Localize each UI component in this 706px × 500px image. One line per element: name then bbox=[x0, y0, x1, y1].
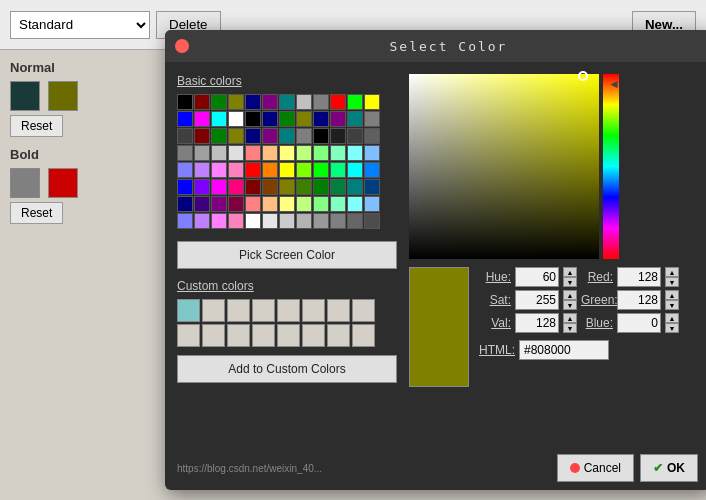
basic-color-cell[interactable] bbox=[194, 111, 210, 127]
hue-down-button[interactable]: ▼ bbox=[563, 277, 577, 287]
basic-color-cell[interactable] bbox=[364, 213, 380, 229]
basic-color-cell[interactable] bbox=[313, 196, 329, 212]
basic-color-cell[interactable] bbox=[347, 94, 363, 110]
color-map-container[interactable]: ◄ bbox=[409, 74, 619, 259]
sat-input[interactable] bbox=[515, 290, 559, 310]
basic-color-cell[interactable] bbox=[262, 162, 278, 178]
basic-color-cell[interactable] bbox=[177, 196, 193, 212]
basic-color-cell[interactable] bbox=[347, 196, 363, 212]
basic-color-cell[interactable] bbox=[245, 196, 261, 212]
basic-color-cell[interactable] bbox=[228, 128, 244, 144]
basic-color-cell[interactable] bbox=[228, 213, 244, 229]
basic-color-cell[interactable] bbox=[347, 162, 363, 178]
basic-color-cell[interactable] bbox=[228, 179, 244, 195]
basic-color-cell[interactable] bbox=[330, 213, 346, 229]
basic-color-cell[interactable] bbox=[262, 128, 278, 144]
basic-color-cell[interactable] bbox=[347, 179, 363, 195]
basic-color-cell[interactable] bbox=[194, 128, 210, 144]
basic-color-cell[interactable] bbox=[228, 111, 244, 127]
basic-color-cell[interactable] bbox=[245, 179, 261, 195]
basic-color-cell[interactable] bbox=[347, 145, 363, 161]
basic-color-cell[interactable] bbox=[347, 128, 363, 144]
basic-color-cell[interactable] bbox=[296, 213, 312, 229]
basic-color-cell[interactable] bbox=[296, 145, 312, 161]
basic-color-cell[interactable] bbox=[194, 196, 210, 212]
hue-slider[interactable] bbox=[603, 74, 619, 259]
basic-color-cell[interactable] bbox=[279, 94, 295, 110]
basic-color-cell[interactable] bbox=[296, 179, 312, 195]
basic-color-cell[interactable] bbox=[313, 94, 329, 110]
custom-color-cell[interactable] bbox=[302, 299, 325, 322]
basic-color-cell[interactable] bbox=[211, 111, 227, 127]
add-custom-colors-button[interactable]: Add to Custom Colors bbox=[177, 355, 397, 383]
basic-color-cell[interactable] bbox=[347, 213, 363, 229]
custom-color-cell[interactable] bbox=[227, 324, 250, 347]
hue-input[interactable] bbox=[515, 267, 559, 287]
basic-color-cell[interactable] bbox=[194, 94, 210, 110]
basic-color-cell[interactable] bbox=[364, 145, 380, 161]
custom-color-cell[interactable] bbox=[252, 299, 275, 322]
basic-color-cell[interactable] bbox=[245, 145, 261, 161]
basic-color-cell[interactable] bbox=[262, 94, 278, 110]
basic-color-cell[interactable] bbox=[245, 94, 261, 110]
red-down-button[interactable]: ▼ bbox=[665, 277, 679, 287]
basic-color-cell[interactable] bbox=[279, 145, 295, 161]
basic-color-cell[interactable] bbox=[262, 145, 278, 161]
blue-input[interactable] bbox=[617, 313, 661, 333]
normal-color-swatch-1[interactable] bbox=[10, 81, 40, 111]
basic-color-cell[interactable] bbox=[279, 196, 295, 212]
basic-color-cell[interactable] bbox=[330, 179, 346, 195]
basic-color-cell[interactable] bbox=[313, 179, 329, 195]
custom-color-cell[interactable] bbox=[227, 299, 250, 322]
basic-color-cell[interactable] bbox=[262, 111, 278, 127]
basic-color-cell[interactable] bbox=[279, 128, 295, 144]
red-up-button[interactable]: ▲ bbox=[665, 267, 679, 277]
basic-color-cell[interactable] bbox=[262, 213, 278, 229]
custom-color-cell[interactable] bbox=[202, 299, 225, 322]
basic-color-cell[interactable] bbox=[313, 128, 329, 144]
custom-color-cell[interactable] bbox=[327, 299, 350, 322]
basic-color-cell[interactable] bbox=[177, 111, 193, 127]
custom-color-cell[interactable] bbox=[352, 299, 375, 322]
basic-color-cell[interactable] bbox=[330, 196, 346, 212]
custom-color-cell[interactable] bbox=[277, 324, 300, 347]
basic-color-cell[interactable] bbox=[313, 162, 329, 178]
basic-color-cell[interactable] bbox=[228, 162, 244, 178]
basic-color-cell[interactable] bbox=[177, 213, 193, 229]
bold-reset-button[interactable]: Reset bbox=[10, 202, 63, 224]
green-input[interactable] bbox=[617, 290, 661, 310]
basic-color-cell[interactable] bbox=[347, 111, 363, 127]
basic-color-cell[interactable] bbox=[313, 111, 329, 127]
basic-color-cell[interactable] bbox=[296, 162, 312, 178]
basic-color-cell[interactable] bbox=[279, 111, 295, 127]
basic-color-cell[interactable] bbox=[279, 162, 295, 178]
sat-up-button[interactable]: ▲ bbox=[563, 290, 577, 300]
bold-color-swatch-1[interactable] bbox=[10, 168, 40, 198]
custom-color-cell[interactable] bbox=[277, 299, 300, 322]
custom-color-cell[interactable] bbox=[352, 324, 375, 347]
basic-color-cell[interactable] bbox=[228, 145, 244, 161]
basic-color-cell[interactable] bbox=[211, 179, 227, 195]
basic-color-cell[interactable] bbox=[296, 196, 312, 212]
hue-up-button[interactable]: ▲ bbox=[563, 267, 577, 277]
color-map[interactable] bbox=[409, 74, 599, 259]
basic-color-cell[interactable] bbox=[364, 196, 380, 212]
basic-color-cell[interactable] bbox=[177, 145, 193, 161]
blue-up-button[interactable]: ▲ bbox=[665, 313, 679, 323]
basic-color-cell[interactable] bbox=[313, 145, 329, 161]
basic-color-cell[interactable] bbox=[211, 196, 227, 212]
normal-color-swatch-2[interactable] bbox=[48, 81, 78, 111]
basic-color-cell[interactable] bbox=[194, 162, 210, 178]
basic-color-cell[interactable] bbox=[330, 111, 346, 127]
basic-color-cell[interactable] bbox=[330, 94, 346, 110]
custom-color-cell[interactable] bbox=[252, 324, 275, 347]
custom-color-cell[interactable] bbox=[302, 324, 325, 347]
pick-screen-color-button[interactable]: Pick Screen Color bbox=[177, 241, 397, 269]
basic-color-cell[interactable] bbox=[194, 213, 210, 229]
basic-color-cell[interactable] bbox=[262, 196, 278, 212]
basic-color-cell[interactable] bbox=[279, 179, 295, 195]
basic-color-cell[interactable] bbox=[211, 162, 227, 178]
green-up-button[interactable]: ▲ bbox=[665, 290, 679, 300]
style-select[interactable]: Standard bbox=[10, 11, 150, 39]
basic-color-cell[interactable] bbox=[194, 179, 210, 195]
